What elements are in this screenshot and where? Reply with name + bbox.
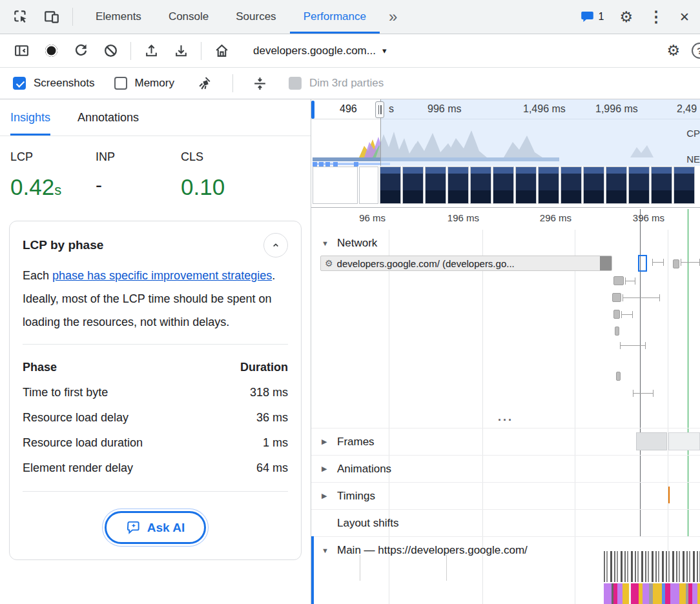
- capture-settings-button[interactable]: ⚙: [666, 43, 680, 58]
- ruler-time-label: 196 ms: [411, 212, 479, 223]
- flame-segment: [653, 583, 662, 604]
- filmstrip-thumbnail[interactable]: [425, 166, 446, 204]
- triangle-expanded-icon[interactable]: ▼: [322, 547, 330, 554]
- tab-annotations[interactable]: Annotations: [77, 99, 139, 136]
- filmstrip-thumbnail[interactable]: [651, 166, 672, 204]
- filmstrip-thumbnail[interactable]: [313, 166, 358, 204]
- filmstrip-thumbnail[interactable]: [606, 166, 627, 204]
- triangle-collapsed-icon[interactable]: ▶: [322, 465, 330, 473]
- phase-name: Time to first byte: [23, 386, 108, 399]
- track-label: Main — https://developers.google.com/: [337, 544, 528, 557]
- network-waterfall-item[interactable]: [681, 259, 700, 266]
- highlighted-request[interactable]: [638, 255, 647, 272]
- clear-button[interactable]: [96, 43, 125, 59]
- network-waterfall-item[interactable]: [625, 277, 635, 285]
- chevron-up-icon: [269, 239, 282, 252]
- more-tabs-button[interactable]: »: [380, 0, 406, 34]
- issues-button[interactable]: 1: [581, 10, 604, 23]
- metric-lcp[interactable]: LCP 0.42s: [10, 150, 96, 200]
- record-button[interactable]: [36, 45, 66, 57]
- network-request-bar[interactable]: ⚙ developers.google.com/ (developers.go.…: [320, 256, 612, 271]
- track-timings[interactable]: ▶ Timings: [311, 482, 700, 509]
- metric-inp[interactable]: INP -: [96, 150, 181, 200]
- main-flame-strip[interactable]: [604, 583, 700, 604]
- selection-left-handle[interactable]: [311, 101, 314, 119]
- frame-bar[interactable]: [668, 432, 700, 450]
- track-layout-shifts[interactable]: Layout shifts: [311, 509, 700, 536]
- timing-mark[interactable]: [668, 487, 670, 503]
- divider: [23, 344, 288, 345]
- history-url-selector[interactable]: developers.google.com... ▾: [253, 45, 386, 57]
- save-profile-button[interactable]: [166, 43, 196, 59]
- network-waterfall-item[interactable]: [620, 342, 646, 349]
- triangle-collapsed-icon[interactable]: ▶: [322, 492, 330, 500]
- flame-segment: [679, 583, 686, 604]
- help-button[interactable]: ?: [692, 43, 700, 59]
- close-devtools-button[interactable]: ✕: [679, 11, 690, 23]
- tab-sources[interactable]: Sources: [222, 0, 289, 34]
- inspect-element-button[interactable]: [5, 0, 36, 34]
- collapse-sections-button[interactable]: [246, 76, 274, 92]
- network-minimap-chip: [325, 162, 330, 166]
- network-waterfall-item[interactable]: [612, 293, 621, 302]
- metric-value: 0.10: [181, 174, 225, 199]
- improvement-strategies-link[interactable]: phase has specific improvement strategie…: [52, 269, 272, 282]
- filmstrip-thumbnail[interactable]: [674, 166, 695, 204]
- network-waterfall-item[interactable]: [623, 294, 660, 301]
- network-waterfall-item[interactable]: [673, 259, 679, 268]
- tab-console[interactable]: Console: [155, 0, 222, 34]
- home-button[interactable]: [207, 43, 236, 59]
- capture-options-bar: Screenshots Memory Dim 3rd parties: [0, 68, 700, 99]
- screenshots-checkbox[interactable]: Screenshots: [13, 77, 95, 90]
- network-waterfall-item[interactable]: [613, 310, 620, 319]
- memory-checkbox[interactable]: Memory: [114, 77, 174, 90]
- filmstrip-thumbnail[interactable]: [538, 166, 559, 204]
- filmstrip-thumbnail[interactable]: [402, 166, 424, 204]
- filmstrip-thumbnail[interactable]: [470, 166, 491, 204]
- dim-3rd-parties-label: Dim 3rd parties: [309, 77, 384, 90]
- network-waterfall-item[interactable]: [615, 327, 619, 336]
- record-and-reload-button[interactable]: [66, 43, 96, 59]
- network-waterfall-item[interactable]: [633, 390, 654, 397]
- screenshots-label: Screenshots: [34, 77, 95, 90]
- filmstrip-thumbnail[interactable]: [493, 166, 514, 204]
- card-description: Each phase has specific improvement stra…: [23, 264, 288, 334]
- tab-performance[interactable]: Performance: [290, 0, 380, 34]
- ask-ai-button[interactable]: Ask AI: [105, 511, 206, 544]
- memory-label: Memory: [135, 77, 174, 90]
- ruler-time-label: 396 ms: [597, 212, 664, 223]
- triangle-expanded-icon[interactable]: ▼: [322, 239, 330, 247]
- device-toolbar-button[interactable]: [36, 0, 67, 34]
- filmstrip-thumbnail[interactable]: [583, 166, 604, 204]
- filmstrip-thumbnail[interactable]: [359, 166, 378, 204]
- settings-button[interactable]: ⚙: [619, 10, 633, 25]
- collect-garbage-button[interactable]: [191, 76, 220, 92]
- collapse-card-button[interactable]: [263, 233, 288, 257]
- filmstrip-thumbnail[interactable]: [515, 166, 537, 204]
- frame-bar[interactable]: [636, 432, 667, 450]
- main-thread-activity-barcode[interactable]: [604, 551, 700, 582]
- toggle-sidebar-button[interactable]: [6, 43, 36, 59]
- tab-insights[interactable]: Insights: [10, 99, 50, 136]
- network-waterfall-item[interactable]: [621, 311, 633, 318]
- dim-3rd-parties-checkbox[interactable]: Dim 3rd parties: [289, 77, 384, 90]
- filmstrip-thumbnail[interactable]: [561, 166, 582, 204]
- filmstrip-thumbnail[interactable]: [628, 166, 650, 204]
- track-animations[interactable]: ▶ Animations: [311, 455, 700, 482]
- ask-ai-icon: [126, 520, 141, 535]
- filmstrip-thumbnail[interactable]: [448, 166, 469, 204]
- kebab-menu-button[interactable]: ⋮: [648, 9, 664, 25]
- tab-elements[interactable]: Elements: [82, 0, 155, 34]
- track-resize-handle[interactable]: ...: [311, 410, 700, 424]
- metric-cls[interactable]: CLS 0.10: [181, 150, 266, 200]
- timeline-overview[interactable]: 496 s 996 ms 1,496 ms 1,996 ms 2,49 CP N…: [311, 99, 700, 208]
- filmstrip-thumbnail[interactable]: [380, 166, 401, 204]
- network-minimap-chip: [354, 162, 358, 166]
- network-waterfall-item[interactable]: [613, 276, 624, 285]
- network-waterfall-item[interactable]: [616, 372, 621, 381]
- network-waterfall-item[interactable]: [652, 259, 664, 266]
- triangle-collapsed-icon[interactable]: ▶: [322, 438, 330, 446]
- track-network[interactable]: ▼ Network: [311, 232, 700, 254]
- load-profile-button[interactable]: [136, 43, 166, 59]
- selection-right-handle[interactable]: [375, 101, 384, 118]
